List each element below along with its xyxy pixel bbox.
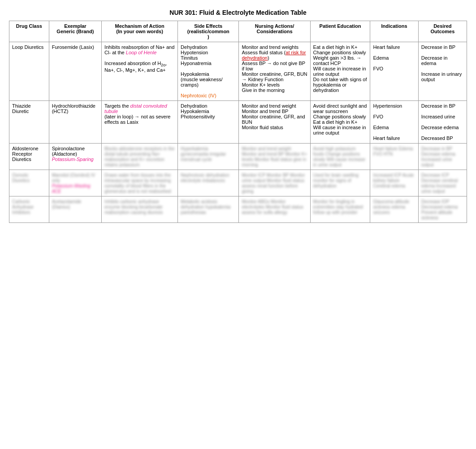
col-side-effects: Side Effects(realistic/common) — [178, 21, 239, 42]
mechanism-cell: Inhibits carbonic anhydrase enzyme block… — [102, 196, 178, 223]
mechanism-cell: Inhibits reabsorption of Na+ and Cl- at … — [102, 42, 178, 101]
blurred-content: Inhibits carbonic anhydrase enzyme block… — [104, 199, 163, 215]
blurred-content: Hyperkalemia gynecomastia irregular mens… — [181, 146, 226, 162]
col-patient-ed: Patient Education — [310, 21, 370, 42]
blurred-content: Blocks aldosterone receptors in the dist… — [104, 146, 174, 167]
patient-ed-cell: Monitor for tingling in extremities stay… — [310, 196, 370, 223]
blurred-content: Decrease ICP Decrease cerebral edema Inc… — [421, 173, 458, 194]
side-effects-cell: Nephrotoxic dehydration electrolyte imba… — [178, 170, 239, 196]
side-effects-cell: Metabolic acidosis dehydration hypokalem… — [178, 196, 239, 223]
mechanism-highlight: Loop of Henle — [126, 50, 157, 55]
mechanism-highlight: distal convoluted tubule — [104, 103, 167, 114]
indications-cell: Heart failure Edema FVO — [370, 42, 418, 101]
outcomes-cell: Decrease ICP Decrease cerebral edema Inc… — [418, 170, 467, 196]
indications-cell: Glaucoma altitude sickness edema seizure… — [370, 196, 418, 223]
blurred-content: Monitor ABGs Monitor electrolytes Monito… — [242, 199, 303, 215]
blurred-content: Glaucoma altitude sickness edema seizure… — [373, 199, 409, 215]
drug-class-cell: Osmotic Diuretics — [9, 170, 49, 196]
nephrotoxic-label: Nephrotoxic (IV) — [181, 93, 216, 98]
indications-cell: Heart failure Edema FVO HTN — [370, 144, 418, 170]
col-drug-class: Drug Class — [9, 21, 49, 42]
blurred-content: Mannitol (Osmitrol) IV only Potassium-Wa… — [52, 173, 95, 194]
drug-class-cell: Thiazide Diuretic — [9, 101, 49, 144]
nursing-cell: Monitor and trend weight Monitor and tre… — [239, 101, 310, 144]
patient-ed-cell: Eat a diet high in K+ Change positions s… — [310, 42, 370, 101]
outcomes-cell: Decrease IOP Decreased edema Prevent alt… — [418, 196, 467, 223]
side-effects-cell: Hyperkalemia gynecomastia irregular mens… — [178, 144, 239, 170]
exemplar-cell: Mannitol (Osmitrol) IV only Potassium-Wa… — [49, 170, 101, 196]
blurred-content: Avoid high potassium foods Change positi… — [313, 146, 365, 167]
drug-class-cell: Aldosterone Receptor Diuretics — [9, 144, 49, 170]
blurred-content: Carbonic Anhydrase Inhibitors — [12, 199, 34, 215]
drug-class-cell: Carbonic Anhydrase Inhibitors — [9, 196, 49, 223]
potassium-sparing-label: Potassium-Sparing — [52, 157, 94, 162]
blurred-content: Decrease IOP Decreased edema Prevent alt… — [421, 199, 458, 220]
table-row: Aldosterone Receptor Diuretics Spironola… — [9, 144, 467, 170]
blurred-content: Monitor for tingling in extremities stay… — [313, 199, 363, 215]
table-row: Carbonic Anhydrase Inhibitors Acetazolam… — [9, 196, 467, 223]
side-effects-cell: Dehydration Hypotension Tinnitus Hyponat… — [178, 42, 239, 101]
mechanism-cell: Blocks aldosterone receptors in the dist… — [102, 144, 178, 170]
side-effects-cell: Dehydration Hypokalemia Photosensitivity — [178, 101, 239, 144]
blurred-content: Decrease in BP Decrease edema Increased … — [421, 146, 455, 167]
indications-cell: Increased ICP Acute kidney failure Cereb… — [370, 170, 418, 196]
nursing-cell: Monitor and trend weights Assess fluid s… — [239, 42, 310, 101]
table-row: Thiazide Diuretic Hydrochlorothiazide (H… — [9, 101, 467, 144]
col-nursing: Nursing Actions/Considerations — [239, 21, 310, 42]
patient-ed-cell: Avoid direct sunlight and wear sunscreen… — [310, 101, 370, 144]
col-mechanism: Mechanism of Action(In your own words) — [102, 21, 178, 42]
exemplar-cell: Acetazolamide (Diamox) — [49, 196, 101, 223]
blurred-content: Acetazolamide (Diamox) — [52, 199, 82, 209]
nursing-cell: Monitor and trend weight Monitor and tre… — [239, 144, 310, 170]
blurred-content: Nephrotoxic dehydration electrolyte imba… — [181, 173, 229, 183]
page-title: NUR 301: Fluid & Electrolyte Medication … — [9, 9, 467, 16]
outcomes-cell: Decrease in BP Decrease edema Increased … — [418, 144, 467, 170]
blurred-content: Used for brain swelling monitor for sign… — [313, 173, 359, 188]
exemplar-cell: Hydrochlorothiazide (HCTZ) — [49, 101, 101, 144]
outcomes-cell: Decrease in BP Increased urine Decrease … — [418, 101, 467, 144]
exemplar-cell: Spironolactone (Aldactone) Potassium-Spa… — [49, 144, 101, 170]
blurred-content: Osmotic Diuretics — [12, 173, 30, 183]
blurred-content: Heart failure Edema FVO HTN — [373, 146, 413, 157]
blurred-content: Monitor and trend weight Monitor and tre… — [242, 146, 307, 167]
table-row: Osmotic Diuretics Mannitol (Osmitrol) IV… — [9, 170, 467, 196]
mechanism-cell: Draws water from tissues into the intrav… — [102, 170, 178, 196]
blurred-content: Metabolic acidosis dehydration hypokalem… — [181, 199, 230, 215]
medication-table: Drug Class ExemplarGeneric (Brand) Mecha… — [9, 21, 467, 223]
patient-ed-cell: Used for brain swelling monitor for sign… — [310, 170, 370, 196]
indications-cell: Hypertension FVO Edema Heart failure — [370, 101, 418, 144]
blurred-content: Increased ICP Acute kidney failure Cereb… — [373, 173, 414, 188]
outcomes-cell: Decrease in BP Decrease in edema Increas… — [418, 42, 467, 101]
mechanism-cell: Targets the distal convoluted tubule (la… — [102, 101, 178, 144]
nursing-cell: Monitor ABGs Monitor electrolytes Monito… — [239, 196, 310, 223]
table-row: Loop Diuretics Furosemide (Lasix) Inhibi… — [9, 42, 467, 101]
blurred-content: Monitor ICP Monitor BP Monitor urine out… — [242, 173, 305, 194]
patient-ed-cell: Avoid high potassium foods Change positi… — [310, 144, 370, 170]
dehydration-link: at risk for dehydration — [242, 50, 306, 61]
blurred-content: Draws water from tissues into the intrav… — [104, 173, 171, 194]
nursing-cell: Monitor ICP Monitor BP Monitor urine out… — [239, 170, 310, 196]
exemplar-cell: Furosemide (Lasix) — [49, 42, 101, 101]
col-outcomes: DesiredOutcomes — [418, 21, 467, 42]
col-exemplar: ExemplarGeneric (Brand) — [49, 21, 101, 42]
col-indications: Indications — [370, 21, 418, 42]
drug-class-cell: Loop Diuretics — [9, 42, 49, 101]
